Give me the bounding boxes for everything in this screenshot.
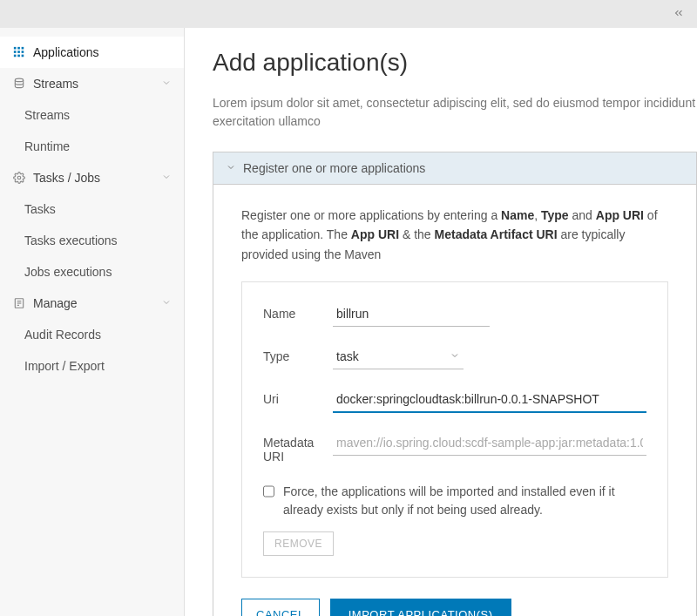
uri-input[interactable]: [333, 389, 646, 413]
sidebar-item-label: Applications: [33, 45, 99, 59]
main-content: Add application(s) Lorem ipsum dolor sit…: [185, 28, 697, 616]
collapse-icon: [673, 7, 685, 22]
chevron-down-icon: [161, 296, 172, 310]
sidebar-item-label: Audit Records: [24, 328, 101, 342]
app-form: Name Type task: [241, 281, 668, 578]
svg-rect-7: [17, 55, 20, 58]
sidebar-item-runtime[interactable]: Runtime: [0, 131, 184, 162]
svg-point-9: [15, 78, 23, 82]
panel-title: Register one or more applications: [243, 161, 425, 175]
type-select[interactable]: task: [333, 346, 464, 369]
metadata-uri-input[interactable]: [333, 432, 646, 456]
svg-rect-6: [14, 55, 17, 58]
streams-icon: [12, 78, 26, 90]
metadata-uri-label: Metadata URI: [263, 432, 333, 464]
sidebar-item-label: Tasks: [24, 202, 56, 216]
svg-rect-0: [14, 47, 17, 50]
svg-rect-1: [17, 47, 20, 50]
manage-icon: [12, 297, 26, 309]
register-panel: Register one or more applications Regist…: [213, 152, 697, 616]
type-value: task: [336, 349, 359, 363]
sidebar-item-label: Streams: [33, 77, 78, 91]
remove-button[interactable]: REMOVE: [263, 531, 334, 556]
sidebar-item-audit-records[interactable]: Audit Records: [0, 319, 184, 350]
sidebar-item-label: Runtime: [24, 139, 70, 153]
sidebar: Applications Streams Streams Runtime: [0, 28, 185, 616]
svg-rect-4: [17, 51, 20, 53]
name-input[interactable]: [333, 303, 490, 327]
sidebar-item-label: Manage: [33, 296, 78, 310]
force-checkbox[interactable]: [263, 484, 274, 498]
sidebar-item-tasks[interactable]: Tasks: [0, 193, 184, 225]
svg-rect-8: [22, 55, 24, 58]
chevron-down-icon: [161, 77, 172, 91]
page-intro: Lorem ipsum dolor sit amet, consectetur …: [213, 94, 697, 131]
sidebar-group-manage[interactable]: Manage: [0, 288, 184, 319]
sidebar-collapse-bar[interactable]: [0, 0, 697, 28]
svg-rect-3: [14, 51, 17, 53]
sidebar-item-tasks-executions[interactable]: Tasks executions: [0, 225, 184, 256]
name-label: Name: [263, 303, 333, 321]
sidebar-item-label: Streams: [24, 108, 70, 122]
force-label: Force, the applications will be imported…: [283, 483, 646, 519]
sidebar-group-tasks[interactable]: Tasks / Jobs: [0, 162, 184, 193]
tasks-icon: [12, 172, 26, 184]
chevron-down-icon: [450, 349, 460, 363]
apps-icon: [12, 46, 26, 58]
import-button[interactable]: IMPORT APPLICATION(S): [330, 599, 511, 616]
panel-instructions: Register one or more applications by ent…: [241, 206, 668, 264]
sidebar-item-jobs-executions[interactable]: Jobs executions: [0, 256, 184, 288]
panel-header[interactable]: Register one or more applications: [213, 152, 696, 185]
uri-label: Uri: [263, 389, 333, 406]
sidebar-item-label: Import / Export: [24, 359, 105, 373]
svg-rect-5: [22, 51, 24, 53]
sidebar-item-label: Tasks / Jobs: [33, 171, 100, 185]
sidebar-item-applications[interactable]: Applications: [0, 37, 184, 68]
chevron-down-icon: [161, 171, 172, 185]
page-title: Add application(s): [213, 49, 697, 77]
svg-point-10: [17, 176, 21, 179]
sidebar-item-label: Jobs executions: [24, 265, 112, 279]
type-label: Type: [263, 346, 333, 363]
chevron-down-icon: [226, 161, 243, 175]
cancel-button[interactable]: CANCEL: [241, 599, 320, 616]
svg-rect-2: [22, 47, 24, 50]
sidebar-item-import-export[interactable]: Import / Export: [0, 350, 184, 382]
sidebar-item-streams[interactable]: Streams: [0, 99, 184, 131]
sidebar-item-label: Tasks executions: [24, 234, 118, 247]
sidebar-group-streams[interactable]: Streams: [0, 68, 184, 99]
